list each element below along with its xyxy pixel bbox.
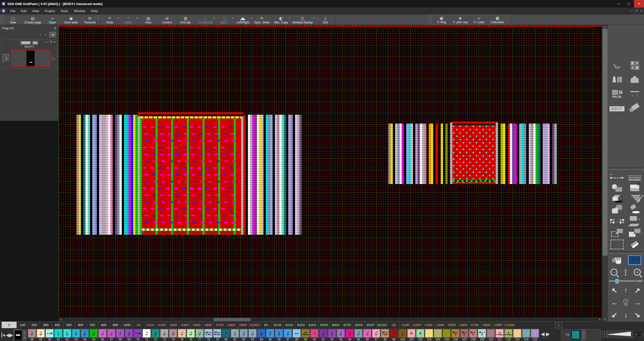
toolbar-button-v-reg[interactable]: ▣V. Reg <box>432 15 451 24</box>
page-tab-b500[interactable]: B500 <box>318 322 330 328</box>
origin-button[interactable]: 0,0 <box>623 299 628 306</box>
palette-color-67[interactable]: -◁4P67 <box>107 329 115 341</box>
palette-color-80[interactable]: ↑80 <box>222 329 230 341</box>
toolbar-button-auto[interactable]: ▤Auto <box>139 14 158 25</box>
palette-color-103[interactable]: 103 <box>425 329 433 341</box>
palette-color-86[interactable]: -↖2P86 <box>275 329 283 341</box>
palette-color-85[interactable]: -↖1P85 <box>266 329 274 341</box>
palette-color-87[interactable]: -↖4P87 <box>284 329 292 341</box>
page-tab-600[interactable]: 600 <box>75 322 86 328</box>
palette-color-63[interactable]: ↙3P63 <box>72 329 80 341</box>
page-tab-c400[interactable]: C400 <box>434 322 446 328</box>
dropdown-arrow-icon[interactable]: ▾ <box>136 17 137 19</box>
slider-track[interactable] <box>609 280 635 282</box>
palette-color-98[interactable]: Ω(+)F-2ND98 <box>381 329 389 341</box>
scroll-down-left-icon[interactable]: ↙ <box>611 311 617 319</box>
toolbar-button-sync-draw[interactable]: ✎Sync. Draw <box>252 14 272 25</box>
scroll-left-arrow-icon[interactable]: ← <box>611 299 618 307</box>
page-tab-300[interactable]: 300 <box>40 322 51 328</box>
page-tab-c100[interactable]: C100 <box>399 322 411 328</box>
palette-next-icon[interactable]: ▶ <box>10 333 13 337</box>
toolbar-button-left-right[interactable]: ◢◣▾Left/Right <box>233 14 252 25</box>
toolbar-grip[interactable] <box>429 15 432 24</box>
layer-value-box[interactable]: 1 <box>602 331 607 337</box>
toolbar-button-win-copy[interactable]: ◧▾Win. Copy <box>272 14 290 25</box>
move-selection-tool[interactable]: ↗ <box>627 227 642 239</box>
palette-color-92[interactable]: ↗2P92 <box>328 329 336 341</box>
menu-edit[interactable]: Edit <box>18 9 29 13</box>
palette-prev-icon[interactable]: ◀ <box>6 333 10 337</box>
pattern-transform-tool[interactable]: ↘ <box>627 215 642 227</box>
page-tab-400[interactable]: 400 <box>51 322 63 328</box>
page-tab-c200[interactable]: C200 <box>411 322 423 328</box>
page-tab-a1000[interactable]: A1000 <box>249 322 260 328</box>
page-tab-200[interactable]: 200 <box>28 322 40 328</box>
close-button[interactable]: ✕ <box>634 0 644 8</box>
dropdown-arrow-icon[interactable]: ▾ <box>214 17 215 19</box>
toolbar-button-divided-display[interactable]: ◫▾Divided display <box>290 14 315 25</box>
page-tab-a0[interactable]: A0 <box>133 322 144 328</box>
palette-color-105[interactable]: 105 <box>443 329 451 341</box>
menu-tools[interactable]: Tools <box>58 9 71 13</box>
edit-tool[interactable]: EDIT <box>609 103 625 115</box>
palette-color-75[interactable]: -↘1P75 <box>178 329 186 341</box>
scroll-up-left-icon[interactable]: ↖ <box>611 286 617 295</box>
palette-color-69[interactable]: ↘7P69 <box>125 329 133 341</box>
copy-rotate-tool[interactable]: ↷ <box>609 203 625 215</box>
scroll-up-icon[interactable]: ▲ <box>602 25 607 29</box>
brush-size-spinbox[interactable]: 1 ▲▼ <box>633 331 643 337</box>
palette-color-106[interactable]: Ω+↙1P106 <box>451 329 460 341</box>
toolbar-button-undo[interactable]: ↶▾Undo <box>100 14 119 25</box>
toolbar-button-v-yarn-reg[interactable]: ◈V. yarn reg <box>451 15 470 24</box>
dropdown-arrow-icon[interactable]: ▾ <box>251 17 252 19</box>
item-minimize-icon[interactable]: — <box>45 41 48 43</box>
page-tab-c600[interactable]: C600 <box>457 322 469 328</box>
toolbar-button-new[interactable]: □New <box>4 14 22 25</box>
menu-file[interactable]: File <box>7 9 18 13</box>
item-restore-icon[interactable]: ❐ <box>50 41 52 43</box>
page-tab-c700[interactable]: C700 <box>469 322 481 328</box>
palette-color-88[interactable]: ∧∨88 <box>292 329 301 341</box>
page-tab-0[interactable]: 0 <box>2 322 17 328</box>
menu-help[interactable]: Help <box>88 9 100 13</box>
slider-handle[interactable] <box>616 279 619 283</box>
palette-color-114[interactable]: 114 <box>522 329 530 341</box>
scroll-right-arrow-icon[interactable]: → <box>634 299 641 307</box>
palette-color-104[interactable]: 104 <box>434 329 442 341</box>
palette-color-110[interactable]: 110 <box>487 329 495 341</box>
palette-color-71[interactable]: ↘1P71 <box>142 329 151 341</box>
toolbar-button-control[interactable]: ⇄Control <box>158 14 176 25</box>
maximize-button[interactable]: ▢ <box>624 0 634 8</box>
page-tab-500[interactable]: 500 <box>63 322 75 328</box>
scroll-down-icon[interactable]: ▼ <box>602 317 607 321</box>
palette-page-prev-icon[interactable]: ◀ ▶ <box>541 332 550 336</box>
palette-color-81[interactable]: ↘1P81 <box>231 329 239 341</box>
palette-color-66[interactable]: -◁2P66 <box>98 329 107 341</box>
palette-color-100[interactable]: ✕B100 <box>398 329 407 341</box>
page-tab-a100[interactable]: A100 <box>144 322 156 328</box>
page-tab-b900[interactable]: B900 <box>365 322 376 328</box>
select-rectangle-tool[interactable] <box>609 238 625 250</box>
palette-color-62[interactable]: ↙2P62 <box>63 329 71 341</box>
scroll-left-icon[interactable]: ◄ <box>59 318 63 321</box>
brush-size-widget[interactable] <box>607 331 633 338</box>
page-1234-tool[interactable]: 13 24 <box>627 59 642 71</box>
palette-color-94[interactable]: ↗4P94 <box>345 329 354 341</box>
page-list-item[interactable]: SKNP A1 — ❐ ✕ BODY1 1 ▷ <box>2 40 57 69</box>
palette-color-99[interactable]: 99 <box>390 329 398 341</box>
item-close-icon[interactable]: ✕ <box>54 41 56 43</box>
page-tab-b1000[interactable]: B1000 <box>376 322 388 328</box>
palette-color-91[interactable]: ↗1P91 <box>319 329 327 341</box>
page-tab-b800[interactable]: B800 <box>353 322 365 328</box>
palette-color-60[interactable]: ↓+Ω60 <box>45 329 54 341</box>
dropdown-arrow-icon[interactable]: ▾ <box>98 17 99 19</box>
toolbar-button-over-write[interactable]: ▣Over write <box>62 14 80 25</box>
minimize-button[interactable]: — <box>614 0 624 8</box>
dropdown-arrow-icon[interactable]: ▾ <box>313 17 314 19</box>
menu-project[interactable]: Project <box>42 9 57 13</box>
page-tab-b200[interactable]: B200 <box>283 322 295 328</box>
palette-color-97[interactable]: -↗4P97 <box>372 329 380 341</box>
palette-color-73[interactable]: ↘3P73 <box>160 329 168 341</box>
page-tab-b300[interactable]: B300 <box>295 322 307 328</box>
color-swap-tool[interactable]: ↔ <box>609 215 625 227</box>
